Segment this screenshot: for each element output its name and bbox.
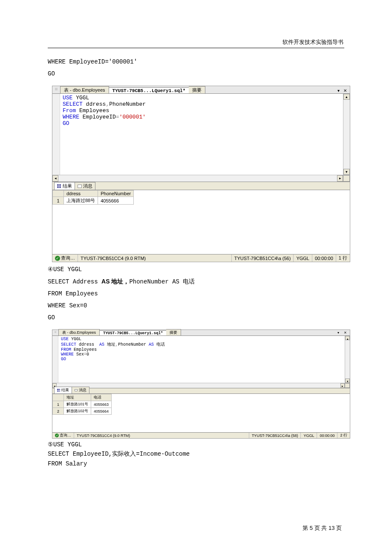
sql-code-editor[interactable]: USE YGGL SELECT ddress,PhoneNumber From … [60,94,343,175]
row-number: 2 [53,408,64,415]
marker-5: ⑤ [48,441,53,448]
window-menu-icon[interactable]: ▾ [335,88,341,93]
mid-l3: FROM Employees [48,290,98,297]
scroll-corner-2 [345,383,350,388]
tail-l1: USE YGGL [53,441,82,448]
tab-table-2[interactable]: 表 - dbo.Employees [58,329,100,335]
mid-l2-as: AS 地址， [101,278,129,285]
table-cell: 4055663 [91,401,112,408]
grid-icon [57,184,61,188]
col-header[interactable]: PhoneNumber [98,191,134,197]
status-database: YGGL [294,254,312,262]
status-rows: 1 行 [336,254,350,262]
col-header[interactable]: 地址 [64,394,91,401]
col-header[interactable]: ddress [64,191,98,197]
tabstrip-gutter-2 [55,331,56,333]
results-table: ddressPhoneNumber1上海路过88号4055666 [52,190,134,205]
sql-screenshot-2: 表 - dbo.Employees TYUST-79CB5...LQuery1.… [52,330,350,439]
tab-query[interactable]: TYUST-79CB5...LQuery1.sql* [109,87,190,93]
table-row[interactable]: 2解放路102号4055664 [53,408,112,415]
pre-line2: GO [48,70,55,77]
results-table-2: 地址电话1解放路101号40556632解放路102号4055664 [52,394,112,415]
sql-tail-text: ⑤USE YGGL SELECT EmployeeID,实际收入=Income-… [48,439,344,468]
page-header: 软件开发技术实验指导书 [48,38,344,48]
mid-l2a: SELECT Address [48,278,101,285]
tab-query-2[interactable]: TYUST-79CB5...LQuery1.sql* [99,330,167,335]
window-menu-icon-2[interactable]: ▾ [335,330,341,335]
scroll-right-icon[interactable]: ▸ [337,175,343,182]
table-row[interactable]: 1上海路过88号4055666 [53,197,134,205]
marker-4: ④ [48,266,53,272]
pre-line1: WHERE EmployeeID='000001' [48,58,137,65]
status-query-2: ✓查询… [52,433,74,438]
tab-results-2[interactable]: 结果 [54,387,72,393]
mid-l5: GO [48,314,55,321]
scroll-track-h[interactable] [58,175,337,182]
tab-messages-2[interactable]: 消息 [72,387,89,393]
scroll-up-icon[interactable]: ▴ [343,94,350,100]
editor-tabstrip: 表 - dbo.Employees TYUST-79CB5...LQuery1.… [52,86,350,94]
status-connection: TYUST-79CB51CC4\a (56) [232,254,294,262]
sql-mid-text: ④USE YGGL SELECT Address AS 地址，PhoneNumb… [48,263,344,324]
horizontal-scrollbar-2[interactable]: ◂ ▸ [52,383,350,388]
tabstrip-gutter [55,88,58,90]
row-number: 1 [53,401,64,408]
tab-results-label-2: 结果 [61,387,69,393]
sql-code-editor-2[interactable]: USE YGGL SELECT ddress AS 地址,PhoneNumber… [58,336,345,383]
code-gutter [52,94,60,175]
mid-l2b: PhoneNumber AS 电话 [129,278,195,285]
check-icon: ✓ [55,256,60,261]
results-tabstrip: 结果 消息 [52,182,350,190]
sql-pre-text: WHERE EmployeeID='000001' GO [48,56,344,80]
scroll-down-icon[interactable]: ▾ [343,169,350,175]
col-header[interactable]: 电话 [91,394,112,401]
tab-messages[interactable]: 消息 [75,182,95,190]
tab-table[interactable]: 表 - dbo.Employees [60,86,109,93]
code-gutter-2 [52,336,58,383]
vertical-scrollbar[interactable]: ▴ ▾ [343,94,350,175]
scroll-corner [343,175,350,182]
tail-l3: FROM Salary [48,460,87,467]
tab-results-label: 结果 [63,183,72,189]
table-cell: 解放路101号 [64,401,91,408]
tab-messages-label-2: 消息 [79,387,86,393]
vertical-scrollbar-2[interactable]: ▴ ▾ [345,336,350,383]
row-number: 1 [53,197,64,205]
table-cell: 4055664 [91,408,112,415]
scroll-up-icon-2[interactable]: ▴ [345,336,350,340]
table-cell: 上海路过88号 [64,197,98,205]
message-icon [78,185,82,188]
tail-l2: SELECT EmployeeID,实际收入=Income-Outcome [48,451,190,457]
status-time: 00:00:00 [312,254,336,262]
status-rows-2: 2 行 [337,433,350,438]
page-footer: 第 5 页 共 13 页 [303,524,342,532]
row-header-blank [53,394,64,401]
scroll-track-h-2[interactable] [57,383,340,388]
status-connection-2: TYUST-79CB51CC4\a (58) [249,433,301,438]
scroll-left-icon[interactable]: ◂ [52,175,58,182]
row-header-blank [53,191,64,197]
tab-summary[interactable]: 摘要 [189,86,205,93]
status-query-label-2: 查询… [60,433,71,438]
table-row[interactable]: 1解放路101号4055663 [53,401,112,408]
grid-icon-2 [57,389,60,392]
scroll-down-icon-2[interactable]: ▾ [345,379,350,383]
sql-screenshot-1: 表 - dbo.Employees TYUST-79CB5...LQuery1.… [52,86,350,262]
horizontal-scrollbar[interactable]: ◂ ▸ [52,175,350,182]
status-bar: ✓查询… TYUST-79CB51CC4 (9.0 RTM) TYUST-79C… [52,254,350,262]
tab-results[interactable]: 结果 [54,182,75,190]
scroll-track-2[interactable] [345,340,350,379]
editor-tabstrip-2: 表 - dbo.Employees TYUST-79CB5...LQuery1.… [52,330,350,336]
status-query: ✓查询… [52,254,78,262]
scroll-track[interactable] [343,100,350,169]
close-icon[interactable]: ✕ [342,88,348,93]
scroll-right-icon-2[interactable]: ▸ [340,383,345,388]
status-server: TYUST-79CB51CC4 (9.0 RTM) [78,254,232,262]
table-cell: 解放路102号 [64,408,91,415]
tab-summary-2[interactable]: 摘要 [166,329,181,335]
tab-messages-label: 消息 [83,183,92,189]
status-time-2: 00:00:00 [317,433,337,438]
results-tabstrip-2: 结果 消息 [52,388,350,394]
status-database-2: YGGL [301,433,317,438]
close-icon-2[interactable]: ✕ [342,330,348,335]
